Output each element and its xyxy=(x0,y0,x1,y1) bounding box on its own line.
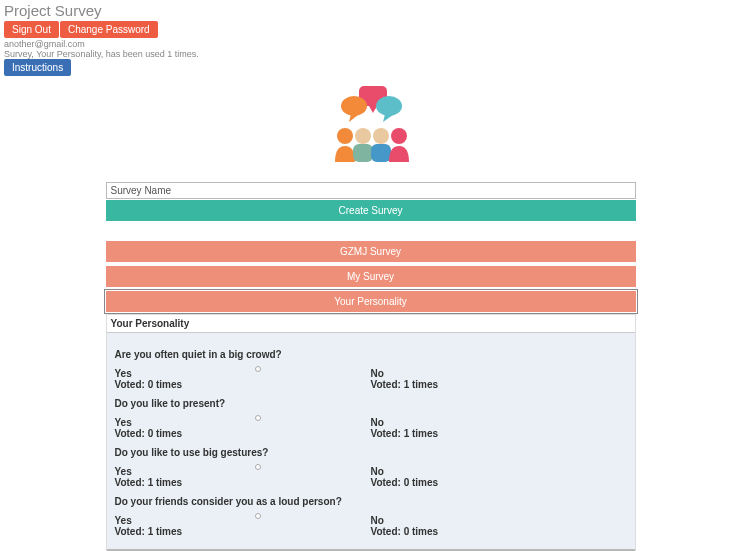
svg-point-4 xyxy=(355,128,371,144)
question-text: Do you like to use big gestures? xyxy=(115,447,627,458)
option-votes: Voted: 1 times xyxy=(371,379,627,390)
instructions-button[interactable]: Instructions xyxy=(4,59,71,76)
option-votes: Voted: 1 times xyxy=(115,477,371,488)
option-label: No xyxy=(371,466,627,477)
main: Survey Name Create Survey GZMJ Survey My… xyxy=(106,84,636,551)
option-votes: Voted: 1 times xyxy=(115,526,371,537)
svg-rect-7 xyxy=(371,144,391,162)
option-votes: Voted: 0 times xyxy=(371,477,627,488)
option-label: No xyxy=(371,515,627,526)
option-votes: Voted: 0 times xyxy=(371,526,627,537)
svg-point-2 xyxy=(376,96,402,116)
survey-panel: Your Personality Are you often quiet in … xyxy=(106,314,636,551)
radio-option[interactable] xyxy=(255,464,261,470)
option-label: Yes xyxy=(115,368,371,379)
option-votes: Voted: 0 times xyxy=(115,379,371,390)
sign-out-button[interactable]: Sign Out xyxy=(4,21,59,38)
question-block: Are you often quiet in a big crowd? Yes … xyxy=(115,349,627,390)
option-row: Yes Voted: 0 times No Voted: 1 times xyxy=(115,417,627,439)
option-row: Yes Voted: 1 times No Voted: 0 times xyxy=(115,515,627,537)
create-survey-button[interactable]: Create Survey xyxy=(106,200,636,221)
survey-name-input[interactable]: Survey Name xyxy=(106,182,636,199)
survey-item-2[interactable]: Your Personality xyxy=(106,291,636,312)
option-label: No xyxy=(371,368,627,379)
option-votes: Voted: 1 times xyxy=(371,428,627,439)
svg-point-8 xyxy=(391,128,407,144)
svg-point-3 xyxy=(337,128,353,144)
panel-body: Are you often quiet in a big crowd? Yes … xyxy=(107,333,635,545)
option-votes: Voted: 0 times xyxy=(115,428,371,439)
question-block: Do you like to use big gestures? Yes Vot… xyxy=(115,447,627,488)
option-label: Yes xyxy=(115,417,371,428)
radio-option[interactable] xyxy=(255,366,261,372)
radio-option[interactable] xyxy=(255,513,261,519)
hero-image xyxy=(106,84,636,176)
header: Project Survey Sign Out Change Password … xyxy=(0,0,741,78)
panel-title: Your Personality xyxy=(107,315,635,333)
svg-point-6 xyxy=(373,128,389,144)
question-text: Are you often quiet in a big crowd? xyxy=(115,349,627,360)
radio-option[interactable] xyxy=(255,415,261,421)
option-row: Yes Voted: 1 times No Voted: 0 times xyxy=(115,466,627,488)
svg-point-1 xyxy=(341,96,367,116)
question-text: Do your friends consider you as a loud p… xyxy=(115,496,627,507)
change-password-button[interactable]: Change Password xyxy=(60,21,158,38)
option-label: No xyxy=(371,417,627,428)
survey-item-0[interactable]: GZMJ Survey xyxy=(106,241,636,262)
question-block: Do you like to present? Yes Voted: 0 tim… xyxy=(115,398,627,439)
question-block: Do your friends consider you as a loud p… xyxy=(115,496,627,537)
page-title: Project Survey xyxy=(4,2,737,19)
option-label: Yes xyxy=(115,466,371,477)
question-text: Do you like to present? xyxy=(115,398,627,409)
option-row: Yes Voted: 0 times No Voted: 1 times xyxy=(115,368,627,390)
option-label: Yes xyxy=(115,515,371,526)
svg-rect-5 xyxy=(353,144,373,162)
survey-item-1[interactable]: My Survey xyxy=(106,266,636,287)
auth-buttons: Sign Out Change Password xyxy=(4,21,737,38)
usage-text: Survey, Your Personality, has been used … xyxy=(4,49,737,59)
user-email: another@gmail.com xyxy=(4,39,737,49)
